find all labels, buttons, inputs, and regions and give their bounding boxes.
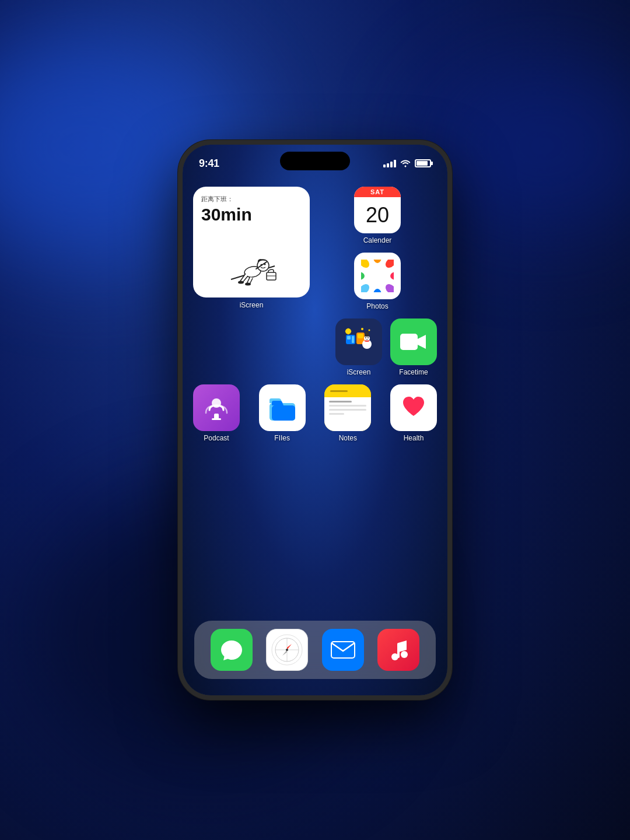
- svg-point-13: [373, 289, 382, 292]
- widget-sub-label: 距离下班：: [201, 195, 302, 204]
- facetime-label: Facetime: [399, 368, 428, 376]
- iscreen-label: iScreen: [347, 368, 371, 376]
- files-label: FIIes: [274, 434, 290, 442]
- dock: [194, 621, 436, 679]
- wifi-icon: [400, 159, 411, 167]
- svg-point-27: [368, 337, 369, 338]
- svg-rect-29: [365, 331, 369, 335]
- battery-icon: [415, 159, 431, 167]
- safari-dock-app[interactable]: [266, 629, 308, 671]
- svg-rect-44: [331, 642, 355, 658]
- widget-label: iScreen: [240, 301, 264, 309]
- podcast-app[interactable]: Podcast: [193, 384, 240, 442]
- svg-point-30: [361, 328, 363, 330]
- svg-point-15: [361, 272, 365, 280]
- photos-label: Photos: [366, 302, 388, 310]
- svg-point-7: [238, 281, 244, 284]
- iscreen-icon: [335, 318, 382, 365]
- svg-point-11: [390, 272, 394, 280]
- svg-point-16: [361, 260, 371, 270]
- svg-rect-35: [212, 418, 221, 420]
- phone-frame: 9:41: [178, 140, 452, 700]
- svg-rect-21: [352, 336, 354, 343]
- calendar-app[interactable]: SAT 20 Calender: [318, 187, 437, 244]
- photos-app[interactable]: Photos: [318, 253, 437, 310]
- iscreen-facetime-row: iScreen Facetime: [193, 318, 437, 376]
- svg-point-9: [373, 260, 382, 263]
- iscreen-app[interactable]: iScreen: [335, 318, 382, 376]
- iscreen-widget[interactable]: 距离下班： 30min: [193, 187, 310, 298]
- files-icon: [259, 384, 306, 431]
- notes-header: [324, 384, 371, 397]
- facetime-icon: [390, 318, 437, 365]
- cal-day-number: 20: [354, 197, 401, 233]
- app-row-2: Podcast: [193, 384, 437, 442]
- svg-rect-32: [400, 334, 418, 350]
- svg-point-8: [245, 283, 251, 286]
- svg-rect-43: [331, 640, 355, 659]
- svg-rect-37: [272, 405, 295, 421]
- calendar-label: Calender: [363, 236, 392, 244]
- widget-time: 30min: [201, 205, 302, 224]
- photos-icon: [354, 253, 401, 299]
- messages-dock-app[interactable]: [211, 629, 253, 671]
- widget-wrapper: 距离下班： 30min: [193, 187, 310, 309]
- podcast-icon: [193, 384, 240, 431]
- safari-icon: [266, 629, 308, 671]
- app-grid: 距离下班： 30min: [193, 187, 437, 450]
- status-time: 9:41: [199, 158, 219, 170]
- svg-rect-20: [347, 336, 351, 340]
- music-icon: [377, 629, 419, 671]
- notes-label: Notes: [339, 434, 357, 442]
- notes-lines: [324, 397, 371, 431]
- notes-icon: [324, 384, 371, 431]
- svg-point-26: [365, 337, 366, 338]
- mail-icon: [322, 629, 364, 671]
- dynamic-island: [280, 152, 350, 170]
- svg-point-17: [372, 270, 383, 282]
- bg-blob-2: [426, 58, 630, 233]
- notes-app[interactable]: Notes: [324, 384, 371, 442]
- health-icon: [390, 384, 437, 431]
- cal-day-of-week: SAT: [354, 187, 401, 197]
- svg-point-12: [384, 282, 394, 292]
- music-dock-app[interactable]: [377, 629, 419, 671]
- facetime-app[interactable]: Facetime: [390, 318, 437, 376]
- svg-point-10: [384, 260, 394, 270]
- podcast-label: Podcast: [204, 434, 229, 442]
- calendar-icon: SAT 20: [354, 187, 401, 233]
- widget-illustration: [201, 224, 302, 289]
- app-row-1: 距离下班： 30min: [193, 187, 437, 310]
- mail-dock-app[interactable]: [322, 629, 364, 671]
- svg-point-42: [286, 649, 288, 651]
- health-label: Health: [404, 434, 424, 442]
- svg-point-31: [369, 330, 370, 331]
- svg-point-14: [361, 282, 371, 292]
- phone-screen: 9:41: [183, 145, 447, 695]
- messages-icon: [211, 629, 253, 671]
- calendar-photos-col: SAT 20 Calender: [318, 187, 437, 310]
- svg-rect-23: [358, 334, 363, 338]
- files-app[interactable]: FIIes: [259, 384, 306, 442]
- status-icons: [383, 159, 431, 167]
- svg-point-46: [401, 651, 408, 658]
- health-app[interactable]: Health: [390, 384, 437, 442]
- signal-icon: [383, 159, 396, 167]
